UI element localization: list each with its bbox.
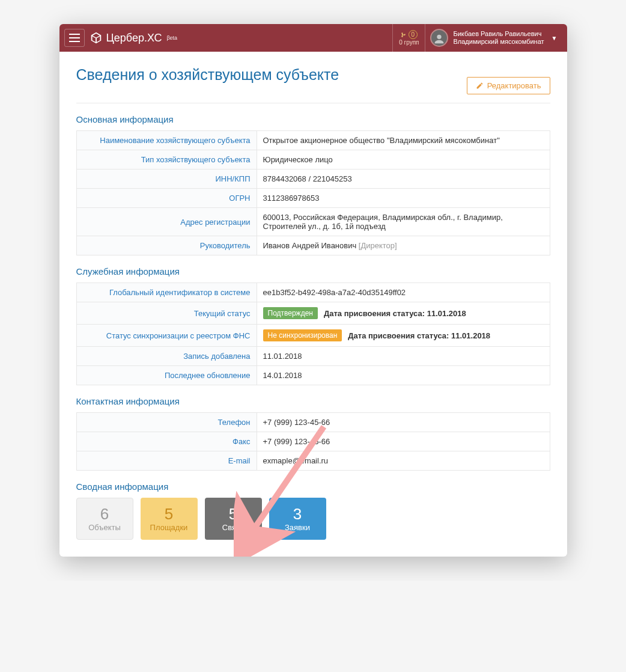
beta-badge: βeta (166, 35, 177, 41)
content: Сведения о хозяйствующем субъекте Редакт… (59, 52, 567, 557)
table-row: Адрес регистрации600013, Российская Феде… (76, 208, 550, 236)
table-row: Факс+7 (999) 123-45-66 (76, 432, 550, 451)
table-row: E-mailexmaple@email.ru (76, 451, 550, 471)
table-row: Запись добавлена11.01.2018 (76, 347, 550, 366)
user-name: Бикбаев Равиль Равильевич (453, 30, 544, 38)
menu-button[interactable] (64, 29, 85, 47)
table-row: Текущий статус Подтвержден Дата присвоен… (76, 302, 550, 325)
table-row: Тип хозяйствующего субъектаЮридическое л… (76, 150, 550, 170)
contact-info-table: Телефон+7 (999) 123-45-66 Факс+7 (999) 1… (76, 412, 550, 471)
main-info-table: Наименование хозяйствующего субъектаОткр… (76, 130, 550, 255)
branch-icon (401, 32, 407, 38)
page-title: Сведения о хозяйствующем субъекте (76, 66, 339, 84)
user-org: Владимирский мясокомбинат (453, 38, 544, 46)
divider (76, 103, 550, 103)
table-row: Наименование хозяйствующего субъектаОткр… (76, 131, 550, 150)
sync-badge: Не синхронизирован (263, 329, 342, 341)
tile-links[interactable]: 5 Связи (205, 498, 262, 540)
section-service-title: Служебная информация (76, 266, 550, 276)
section-contact-title: Контактная информация (76, 396, 550, 406)
service-info-table: Глобальный идентификатор в системеee1b3f… (76, 283, 550, 385)
user-menu[interactable]: Бикбаев Равиль Равильевич Владимирский м… (425, 24, 562, 52)
summary-tiles: 6 Объекты 5 Площадки 5 Связи 3 Заявки (76, 498, 550, 540)
tile-sites[interactable]: 5 Площадки (141, 498, 198, 540)
avatar (430, 29, 448, 47)
tile-objects[interactable]: 6 Объекты (76, 498, 133, 540)
cube-icon (90, 31, 103, 44)
person-icon (433, 32, 446, 46)
brand-text: Цербер.ХС (106, 32, 162, 44)
groups-label: 0 групп (399, 39, 419, 46)
status-badge: Подтвержден (263, 307, 318, 319)
table-row: Глобальный идентификатор в системеee1b3f… (76, 283, 550, 302)
table-row: ИНН/КПП8784432068 / 221045253 (76, 170, 550, 189)
table-row: Последнее обновление14.01.2018 (76, 366, 550, 385)
section-main-title: Основная информация (76, 114, 550, 124)
groups-count: 0 (409, 30, 418, 39)
edit-button[interactable]: Редактировать (467, 77, 550, 94)
brand: Цербер.ХС βeta (90, 31, 178, 44)
table-row: Телефон+7 (999) 123-45-66 (76, 413, 550, 432)
groups-indicator[interactable]: 0 0 групп (392, 24, 425, 52)
user-text: Бикбаев Равиль Равильевич Владимирский м… (453, 30, 544, 46)
chevron-down-icon: ▼ (552, 35, 558, 41)
table-row: Руководитель Иванов Андрей Иванович [Дир… (76, 236, 550, 255)
app-window: Цербер.ХС βeta 0 0 групп Бикбаев Равиль … (59, 24, 567, 557)
tile-requests[interactable]: 3 Заявки (269, 498, 326, 540)
pencil-icon (476, 82, 484, 90)
table-row: Статус синхронизации с реестром ФНС Не с… (76, 325, 550, 347)
table-row: ОГРН3112386978653 (76, 189, 550, 208)
topbar: Цербер.ХС βeta 0 0 групп Бикбаев Равиль … (59, 24, 567, 52)
section-summary-title: Сводная информация (76, 481, 550, 492)
